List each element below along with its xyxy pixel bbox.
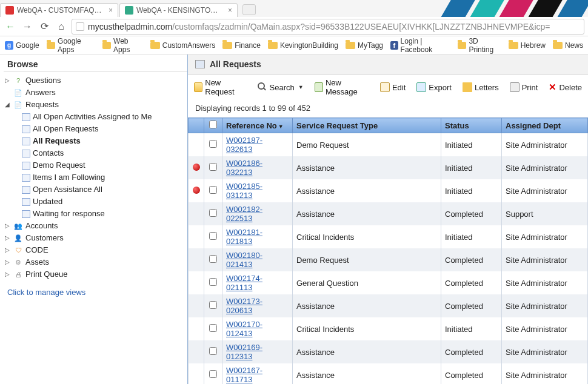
col-type[interactable]: Service Request Type [293, 118, 441, 133]
reference-link[interactable]: W002185-031213 [226, 182, 262, 200]
row-checkbox[interactable] [209, 255, 217, 263]
reference-link[interactable]: W002167-011713 [226, 366, 262, 384]
tree-subnode[interactable]: Updated [22, 196, 187, 208]
bookmark-item[interactable]: gGoogle [5, 41, 39, 50]
main-panel: All Requests New Request Search▼ New Mes… [188, 55, 588, 384]
reference-link[interactable]: W002170-012413 [226, 320, 262, 338]
tree-subnode[interactable]: All Open Activities Assigned to Me [22, 111, 187, 123]
row-checkbox[interactable] [209, 324, 217, 332]
tree-node[interactable]: ▷🖨Print Queue [4, 268, 187, 280]
tree-subnode[interactable]: Contacts [22, 147, 187, 159]
row-checkbox[interactable] [209, 347, 217, 355]
expander-icon[interactable]: ▷ [4, 74, 11, 87]
col-reference[interactable]: Reference No▼ [222, 118, 293, 133]
table-row[interactable]: W002167-011713AssistanceCompletedSite Ad… [189, 363, 588, 384]
bookmark-item[interactable]: fLogin | Facebook [390, 37, 450, 54]
tree-label: Questions [25, 74, 61, 87]
bookmark-item[interactable]: KevingtonBuilding [268, 41, 338, 50]
browser-tab-1[interactable]: WebQA - CUSTOMFAQS - JF × [0, 3, 118, 17]
bookmark-item[interactable]: Web Apps [102, 37, 143, 54]
bookmark-item[interactable]: Google Apps [47, 37, 95, 54]
row-checkbox[interactable] [209, 140, 217, 148]
reference-link[interactable]: W002173-020613 [226, 297, 262, 315]
row-checkbox[interactable] [209, 186, 217, 194]
row-checkbox[interactable] [209, 163, 217, 171]
cell-type: Critical Incidents [293, 317, 441, 340]
forward-button[interactable]: → [21, 20, 34, 33]
cell-type: Critical Incidents [293, 225, 441, 248]
delete-button[interactable]: ✕Delete [549, 82, 582, 93]
bookmark-item[interactable]: Finance [222, 41, 261, 50]
flag-icon [193, 187, 200, 194]
table-row[interactable]: W002169-012313AssistanceCompletedSite Ad… [189, 340, 588, 363]
tree-subnode[interactable]: All Requests [22, 135, 187, 147]
reference-link[interactable]: W002182-022513 [226, 205, 262, 223]
print-button[interactable]: Print [510, 82, 538, 92]
tree-node[interactable]: ◢📄Requests [4, 99, 187, 111]
reload-button[interactable]: ⟳ [38, 20, 51, 33]
tree-node[interactable]: ▷?Questions [4, 74, 187, 87]
tree-node[interactable]: ▷🛡CODE [4, 244, 187, 256]
table-row[interactable]: W002186-032213AssistanceInitiatedSite Ad… [189, 156, 588, 179]
table-row[interactable]: W002187-032613Demo RequestInitiatedSite … [189, 133, 588, 157]
reference-link[interactable]: W002181-021813 [226, 228, 262, 246]
col-dept[interactable]: Assigned Dept [502, 118, 588, 133]
browser-tab-2[interactable]: WebQA - KENSINGTONTESTI × [119, 3, 238, 17]
tree-subnode[interactable]: Items I am Following [22, 171, 187, 184]
row-checkbox[interactable] [209, 370, 217, 378]
reference-link[interactable]: W002186-032213 [226, 159, 262, 177]
table-row[interactable]: W002181-021813Critical IncidentsInitiate… [189, 225, 588, 248]
table-row[interactable]: W002173-020613AssistanceCompletedSite Ad… [189, 294, 588, 317]
export-button[interactable]: Export [416, 82, 452, 92]
tree-node[interactable]: ▷👥Accounts [4, 220, 187, 232]
search-button[interactable]: Search▼ [258, 82, 304, 92]
bookmark-item[interactable]: 3D Printing [458, 37, 501, 54]
expander-icon[interactable]: ▷ [4, 268, 11, 280]
row-checkbox[interactable] [209, 301, 217, 309]
new-request-button[interactable]: New Request [194, 78, 247, 96]
close-icon[interactable]: × [228, 6, 232, 15]
expander-icon[interactable]: ▷ [4, 220, 11, 232]
close-icon[interactable]: × [109, 6, 113, 15]
bookmark-item[interactable]: Hebrew [509, 41, 546, 50]
table-row[interactable]: W002180-021413Demo RequestCompletedSite … [189, 248, 588, 271]
letters-button[interactable]: Letters [463, 82, 499, 92]
bookmark-item[interactable]: MyTagg [346, 41, 383, 50]
expander-icon[interactable]: ▷ [4, 244, 11, 256]
reference-link[interactable]: W002174-021113 [226, 274, 262, 292]
expander-icon[interactable]: ▷ [4, 232, 11, 244]
manage-views-link[interactable]: Click to manage views [4, 280, 187, 304]
bookmark-item[interactable]: News [553, 41, 583, 50]
col-flag[interactable] [189, 118, 204, 133]
row-checkbox[interactable] [209, 278, 217, 286]
row-checkbox[interactable] [209, 209, 217, 217]
reference-link[interactable]: W002180-021413 [226, 251, 262, 269]
tree-subnode[interactable]: Waiting for response [22, 208, 187, 220]
tree-node[interactable]: ▷⚙Assets [4, 256, 187, 268]
expander-icon[interactable]: ◢ [4, 99, 11, 111]
url-bar[interactable]: mycusthelpadmin.com/customfaqs/zadmin/Qa… [72, 19, 584, 35]
table-row[interactable]: W002174-021113General QuestionCompletedS… [189, 271, 588, 294]
tree-subnode[interactable]: All Open Requests [22, 123, 187, 135]
tree-node[interactable]: 📄Answers [4, 87, 187, 99]
bookmark-item[interactable]: CustomAnswers [150, 41, 215, 50]
col-checkbox[interactable] [204, 118, 222, 133]
tree-node[interactable]: ▷👤Customers [4, 232, 187, 244]
table-row[interactable]: W002182-022513AssistanceCompletedSupport [189, 202, 588, 225]
tree-subnode[interactable]: Open Assistance All [22, 184, 187, 196]
home-button[interactable]: ⌂ [55, 20, 68, 33]
cell-dept: Site Administrator [502, 294, 588, 317]
back-button[interactable]: ← [4, 20, 17, 33]
row-checkbox[interactable] [209, 232, 217, 240]
tree-subnode[interactable]: Demo Request [22, 159, 187, 171]
new-tab-button[interactable] [242, 4, 256, 15]
col-status[interactable]: Status [441, 118, 502, 133]
edit-button[interactable]: Edit [380, 82, 406, 92]
table-row[interactable]: W002185-031213AssistanceInitiatedSite Ad… [189, 179, 588, 202]
expander-icon[interactable]: ▷ [4, 256, 11, 268]
reference-link[interactable]: W002187-032613 [226, 136, 262, 154]
select-all-checkbox[interactable] [209, 121, 217, 128]
new-message-button[interactable]: New Message [315, 78, 369, 96]
reference-link[interactable]: W002169-012313 [226, 343, 262, 361]
table-row[interactable]: W002170-012413Critical IncidentsInitiate… [189, 317, 588, 340]
